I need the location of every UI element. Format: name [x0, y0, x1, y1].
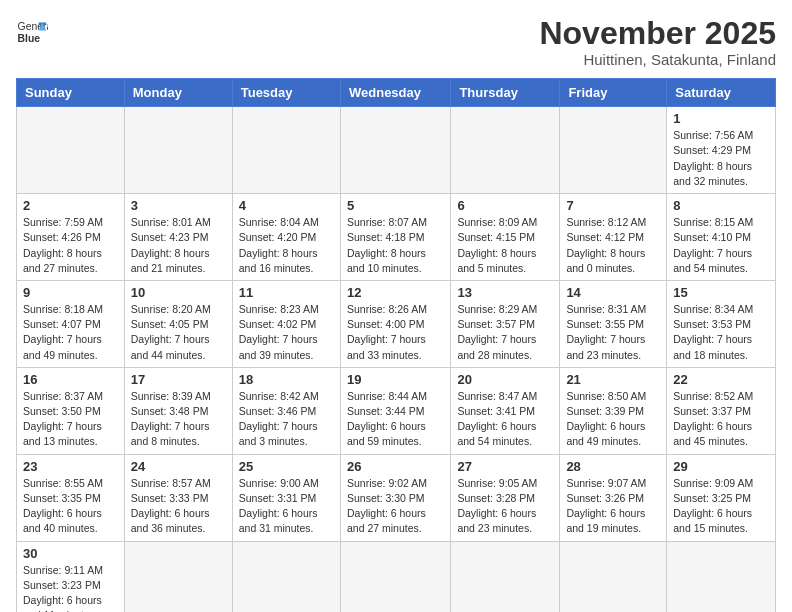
- weekday-header-saturday: Saturday: [667, 79, 776, 107]
- calendar-cell: [17, 107, 125, 194]
- day-info: Sunrise: 8:12 AM Sunset: 4:12 PM Dayligh…: [566, 215, 660, 276]
- calendar-cell: 21Sunrise: 8:50 AM Sunset: 3:39 PM Dayli…: [560, 367, 667, 454]
- day-number: 4: [239, 198, 334, 213]
- calendar-cell: 16Sunrise: 8:37 AM Sunset: 3:50 PM Dayli…: [17, 367, 125, 454]
- svg-text:Blue: Blue: [18, 33, 41, 44]
- day-number: 23: [23, 459, 118, 474]
- day-number: 13: [457, 285, 553, 300]
- day-number: 28: [566, 459, 660, 474]
- day-number: 5: [347, 198, 444, 213]
- day-number: 3: [131, 198, 226, 213]
- day-info: Sunrise: 8:15 AM Sunset: 4:10 PM Dayligh…: [673, 215, 769, 276]
- calendar-cell: 20Sunrise: 8:47 AM Sunset: 3:41 PM Dayli…: [451, 367, 560, 454]
- day-number: 15: [673, 285, 769, 300]
- calendar-cell: [232, 107, 340, 194]
- calendar-cell: 25Sunrise: 9:00 AM Sunset: 3:31 PM Dayli…: [232, 454, 340, 541]
- calendar-cell: 14Sunrise: 8:31 AM Sunset: 3:55 PM Dayli…: [560, 280, 667, 367]
- calendar-cell: [560, 541, 667, 612]
- day-number: 26: [347, 459, 444, 474]
- day-info: Sunrise: 9:00 AM Sunset: 3:31 PM Dayligh…: [239, 476, 334, 537]
- calendar-cell: 22Sunrise: 8:52 AM Sunset: 3:37 PM Dayli…: [667, 367, 776, 454]
- calendar-cell: [340, 107, 450, 194]
- logo-icon: General Blue: [16, 16, 48, 48]
- weekday-header-monday: Monday: [124, 79, 232, 107]
- calendar-cell: [451, 541, 560, 612]
- day-number: 8: [673, 198, 769, 213]
- day-info: Sunrise: 8:07 AM Sunset: 4:18 PM Dayligh…: [347, 215, 444, 276]
- calendar-cell: 18Sunrise: 8:42 AM Sunset: 3:46 PM Dayli…: [232, 367, 340, 454]
- day-info: Sunrise: 8:55 AM Sunset: 3:35 PM Dayligh…: [23, 476, 118, 537]
- day-info: Sunrise: 8:47 AM Sunset: 3:41 PM Dayligh…: [457, 389, 553, 450]
- day-number: 9: [23, 285, 118, 300]
- day-info: Sunrise: 8:57 AM Sunset: 3:33 PM Dayligh…: [131, 476, 226, 537]
- calendar-cell: [124, 107, 232, 194]
- calendar-cell: 27Sunrise: 9:05 AM Sunset: 3:28 PM Dayli…: [451, 454, 560, 541]
- day-info: Sunrise: 8:20 AM Sunset: 4:05 PM Dayligh…: [131, 302, 226, 363]
- day-number: 19: [347, 372, 444, 387]
- calendar-cell: [667, 541, 776, 612]
- day-number: 22: [673, 372, 769, 387]
- day-info: Sunrise: 8:52 AM Sunset: 3:37 PM Dayligh…: [673, 389, 769, 450]
- calendar-table: SundayMondayTuesdayWednesdayThursdayFrid…: [16, 78, 776, 612]
- day-info: Sunrise: 8:29 AM Sunset: 3:57 PM Dayligh…: [457, 302, 553, 363]
- day-info: Sunrise: 9:11 AM Sunset: 3:23 PM Dayligh…: [23, 563, 118, 612]
- calendar-cell: 28Sunrise: 9:07 AM Sunset: 3:26 PM Dayli…: [560, 454, 667, 541]
- calendar-cell: 26Sunrise: 9:02 AM Sunset: 3:30 PM Dayli…: [340, 454, 450, 541]
- day-number: 6: [457, 198, 553, 213]
- day-info: Sunrise: 9:02 AM Sunset: 3:30 PM Dayligh…: [347, 476, 444, 537]
- day-number: 30: [23, 546, 118, 561]
- calendar-cell: 6Sunrise: 8:09 AM Sunset: 4:15 PM Daylig…: [451, 194, 560, 281]
- page-header: General Blue November 2025 Huittinen, Sa…: [16, 16, 776, 68]
- day-info: Sunrise: 8:09 AM Sunset: 4:15 PM Dayligh…: [457, 215, 553, 276]
- day-info: Sunrise: 8:37 AM Sunset: 3:50 PM Dayligh…: [23, 389, 118, 450]
- day-info: Sunrise: 8:31 AM Sunset: 3:55 PM Dayligh…: [566, 302, 660, 363]
- calendar-cell: [124, 541, 232, 612]
- day-info: Sunrise: 8:04 AM Sunset: 4:20 PM Dayligh…: [239, 215, 334, 276]
- day-number: 20: [457, 372, 553, 387]
- calendar-cell: 12Sunrise: 8:26 AM Sunset: 4:00 PM Dayli…: [340, 280, 450, 367]
- calendar-cell: 17Sunrise: 8:39 AM Sunset: 3:48 PM Dayli…: [124, 367, 232, 454]
- calendar-cell: 23Sunrise: 8:55 AM Sunset: 3:35 PM Dayli…: [17, 454, 125, 541]
- day-number: 21: [566, 372, 660, 387]
- logo: General Blue: [16, 16, 48, 48]
- calendar-cell: 7Sunrise: 8:12 AM Sunset: 4:12 PM Daylig…: [560, 194, 667, 281]
- day-info: Sunrise: 8:42 AM Sunset: 3:46 PM Dayligh…: [239, 389, 334, 450]
- calendar-cell: 19Sunrise: 8:44 AM Sunset: 3:44 PM Dayli…: [340, 367, 450, 454]
- day-number: 2: [23, 198, 118, 213]
- day-info: Sunrise: 8:18 AM Sunset: 4:07 PM Dayligh…: [23, 302, 118, 363]
- calendar-cell: 5Sunrise: 8:07 AM Sunset: 4:18 PM Daylig…: [340, 194, 450, 281]
- calendar-cell: 2Sunrise: 7:59 AM Sunset: 4:26 PM Daylig…: [17, 194, 125, 281]
- month-title: November 2025: [539, 16, 776, 51]
- day-info: Sunrise: 9:09 AM Sunset: 3:25 PM Dayligh…: [673, 476, 769, 537]
- calendar-cell: 9Sunrise: 8:18 AM Sunset: 4:07 PM Daylig…: [17, 280, 125, 367]
- calendar-cell: [560, 107, 667, 194]
- title-section: November 2025 Huittinen, Satakunta, Finl…: [539, 16, 776, 68]
- day-info: Sunrise: 7:59 AM Sunset: 4:26 PM Dayligh…: [23, 215, 118, 276]
- calendar-cell: 10Sunrise: 8:20 AM Sunset: 4:05 PM Dayli…: [124, 280, 232, 367]
- day-info: Sunrise: 8:01 AM Sunset: 4:23 PM Dayligh…: [131, 215, 226, 276]
- day-number: 11: [239, 285, 334, 300]
- weekday-header-thursday: Thursday: [451, 79, 560, 107]
- weekday-header-wednesday: Wednesday: [340, 79, 450, 107]
- day-number: 29: [673, 459, 769, 474]
- day-number: 24: [131, 459, 226, 474]
- calendar-cell: 29Sunrise: 9:09 AM Sunset: 3:25 PM Dayli…: [667, 454, 776, 541]
- weekday-header-tuesday: Tuesday: [232, 79, 340, 107]
- day-info: Sunrise: 7:56 AM Sunset: 4:29 PM Dayligh…: [673, 128, 769, 189]
- day-info: Sunrise: 8:44 AM Sunset: 3:44 PM Dayligh…: [347, 389, 444, 450]
- day-number: 7: [566, 198, 660, 213]
- day-info: Sunrise: 9:07 AM Sunset: 3:26 PM Dayligh…: [566, 476, 660, 537]
- weekday-header-friday: Friday: [560, 79, 667, 107]
- day-number: 25: [239, 459, 334, 474]
- calendar-cell: [232, 541, 340, 612]
- day-number: 27: [457, 459, 553, 474]
- day-info: Sunrise: 8:34 AM Sunset: 3:53 PM Dayligh…: [673, 302, 769, 363]
- day-number: 12: [347, 285, 444, 300]
- location: Huittinen, Satakunta, Finland: [539, 51, 776, 68]
- calendar-cell: 1Sunrise: 7:56 AM Sunset: 4:29 PM Daylig…: [667, 107, 776, 194]
- calendar-cell: [451, 107, 560, 194]
- day-number: 10: [131, 285, 226, 300]
- calendar-cell: 8Sunrise: 8:15 AM Sunset: 4:10 PM Daylig…: [667, 194, 776, 281]
- day-info: Sunrise: 8:39 AM Sunset: 3:48 PM Dayligh…: [131, 389, 226, 450]
- day-info: Sunrise: 8:50 AM Sunset: 3:39 PM Dayligh…: [566, 389, 660, 450]
